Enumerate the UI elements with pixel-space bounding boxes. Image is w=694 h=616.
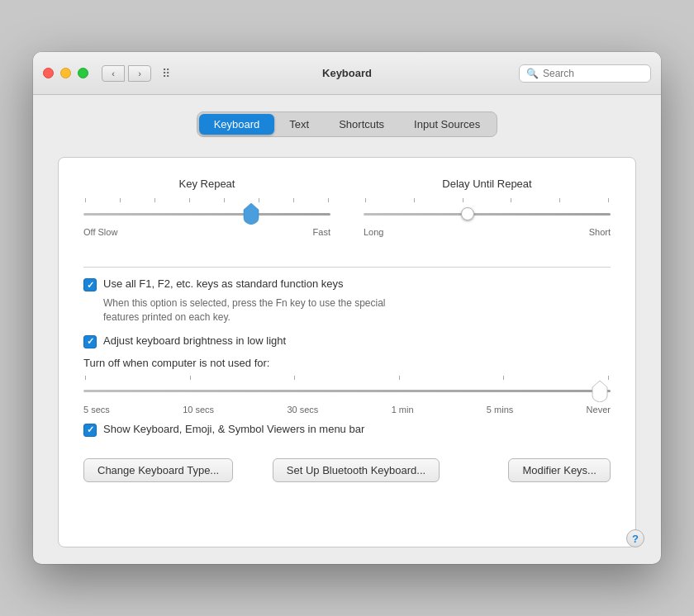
- tabs: Keyboard Text Shortcuts Input Sources: [197, 111, 498, 137]
- content-area: Keyboard Text Shortcuts Input Sources Ke…: [33, 95, 661, 564]
- tabs-container: Keyboard Text Shortcuts Input Sources: [58, 111, 636, 137]
- tab-input-sources[interactable]: Input Sources: [399, 114, 495, 135]
- nav-buttons: ‹ ›: [102, 65, 151, 82]
- tab-shortcuts[interactable]: Shortcuts: [324, 114, 399, 135]
- tick: [503, 376, 504, 380]
- search-input[interactable]: [543, 68, 644, 79]
- key-repeat-group: Key Repeat: [83, 178, 330, 237]
- show-viewers-label: Show Keyboard, Emoji, & Symbol Viewers i…: [103, 423, 364, 435]
- fn-keys-checkbox[interactable]: [83, 278, 97, 291]
- keyboard-preferences-window: ‹ › ⠿ Keyboard 🔍 Keyboard Text Shortcuts…: [33, 52, 661, 564]
- brightness-label-2: 30 secs: [287, 405, 318, 415]
- change-keyboard-type-button[interactable]: Change Keyboard Type...: [83, 458, 233, 482]
- window-title: Keyboard: [322, 67, 372, 79]
- show-viewers-checkbox[interactable]: [83, 424, 97, 437]
- tick: [414, 198, 415, 202]
- brightness-row: Adjust keyboard brightness in low light: [83, 334, 611, 348]
- delay-repeat-ticks: [364, 198, 611, 202]
- tick: [190, 376, 191, 380]
- brightness-label-0: 5 secs: [83, 405, 110, 415]
- key-repeat-track: [83, 213, 330, 216]
- tick: [608, 198, 609, 202]
- search-icon: 🔍: [526, 68, 539, 79]
- titlebar: ‹ › ⠿ Keyboard 🔍: [33, 52, 661, 95]
- grid-button[interactable]: ⠿: [154, 65, 178, 82]
- tick: [294, 376, 295, 380]
- search-box: 🔍: [519, 64, 651, 83]
- brightness-section: Turn off when computer is not used for:: [83, 357, 611, 415]
- tick: [608, 376, 609, 380]
- tick: [224, 198, 225, 202]
- minimize-button[interactable]: [60, 68, 71, 78]
- brightness-thumb[interactable]: [591, 381, 609, 402]
- tick: [559, 198, 560, 202]
- show-viewers-row: Show Keyboard, Emoji, & Symbol Viewers i…: [83, 423, 611, 437]
- tab-keyboard[interactable]: Keyboard: [199, 114, 275, 135]
- fn-keys-row: Use all F1, F2, etc. keys as standard fu…: [83, 277, 611, 291]
- fn-keys-sublabel: When this option is selected, press the …: [103, 296, 611, 325]
- traffic-lights: [43, 68, 88, 78]
- delay-repeat-track: [364, 213, 611, 216]
- delay-repeat-left-label: Long: [364, 227, 383, 237]
- brightness-tick-labels: 5 secs 10 secs 30 secs 1 min 5 mins Neve…: [83, 405, 611, 415]
- separator-1: [83, 267, 611, 268]
- modifier-keys-button[interactable]: Modifier Keys...: [508, 458, 611, 482]
- set-up-bluetooth-button[interactable]: Set Up Bluetooth Keyboard...: [273, 458, 440, 482]
- tick: [511, 198, 511, 202]
- delay-repeat-thumb[interactable]: [461, 207, 474, 220]
- tick: [189, 198, 190, 202]
- tick: [463, 198, 463, 202]
- settings-panel: Key Repeat: [58, 157, 636, 547]
- brightness-slider[interactable]: [83, 381, 611, 401]
- brightness-ticks: [83, 376, 611, 380]
- tick: [259, 198, 259, 202]
- tick: [365, 198, 366, 202]
- tick: [85, 376, 86, 380]
- brightness-label-4: 5 mins: [487, 405, 513, 415]
- brightness-label-3: 1 min: [392, 405, 414, 415]
- tick: [120, 198, 121, 202]
- close-button[interactable]: [43, 68, 54, 78]
- key-repeat-label: Key Repeat: [179, 178, 235, 190]
- key-repeat-left-label: Off Slow: [83, 227, 117, 237]
- spacer: [83, 415, 611, 423]
- help-button[interactable]: ?: [626, 529, 644, 547]
- key-repeat-labels: Off Slow Fast: [83, 227, 330, 237]
- back-button[interactable]: ‹: [102, 65, 125, 82]
- tab-text[interactable]: Text: [274, 114, 324, 135]
- key-repeat-right-label: Fast: [313, 227, 330, 237]
- brightness-label: Adjust keyboard brightness in low light: [103, 334, 286, 347]
- brightness-track: [83, 390, 611, 392]
- tick: [399, 376, 400, 380]
- delay-repeat-slider[interactable]: [364, 204, 611, 224]
- forward-button[interactable]: ›: [128, 65, 151, 82]
- delay-repeat-label: Delay Until Repeat: [442, 178, 531, 190]
- delay-repeat-group: Delay Until Repeat: [364, 178, 611, 237]
- tick: [154, 198, 155, 202]
- key-repeat-ticks: [83, 198, 330, 202]
- maximize-button[interactable]: [78, 68, 88, 78]
- tick: [85, 198, 86, 202]
- brightness-label-5: Never: [587, 405, 611, 415]
- delay-repeat-labels: Long Short: [364, 227, 611, 237]
- bottom-buttons: Change Keyboard Type... Set Up Bluetooth…: [83, 458, 611, 482]
- brightness-label-1: 10 secs: [183, 405, 214, 415]
- tick: [328, 198, 329, 202]
- sliders-row: Key Repeat: [83, 178, 611, 237]
- delay-repeat-right-label: Short: [589, 227, 611, 237]
- fn-keys-label: Use all F1, F2, etc. keys as standard fu…: [103, 277, 343, 290]
- tick: [293, 198, 294, 202]
- brightness-checkbox[interactable]: [83, 335, 97, 348]
- window-body: Keyboard Text Shortcuts Input Sources Ke…: [33, 95, 661, 564]
- key-repeat-slider[interactable]: [83, 204, 330, 224]
- turnoff-label: Turn off when computer is not used for:: [83, 357, 611, 369]
- key-repeat-thumb[interactable]: [242, 203, 260, 225]
